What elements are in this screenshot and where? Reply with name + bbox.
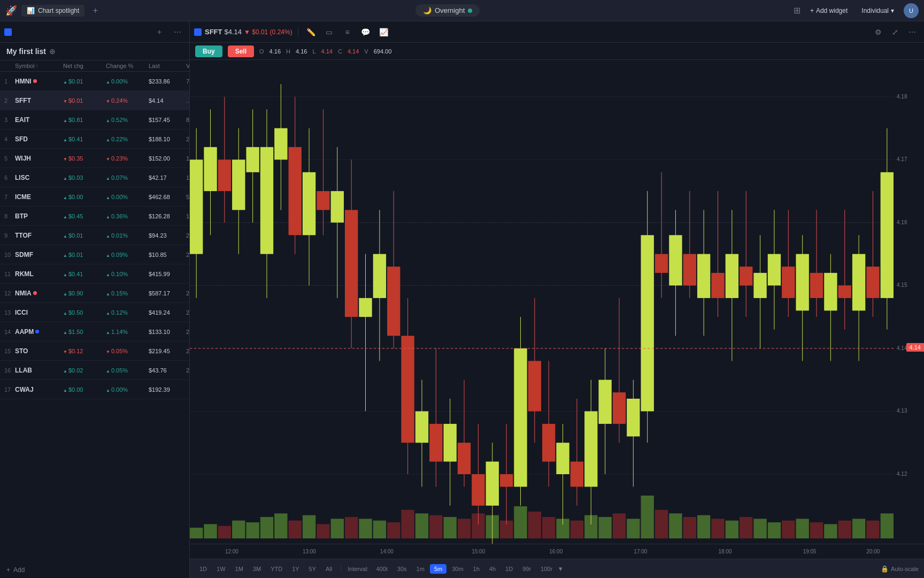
- watchlist-settings-icon[interactable]: ⊕: [49, 47, 56, 56]
- watchlist-row[interactable]: 13 ICCI $0.50 0.12% $419.24 2,0...: [0, 303, 189, 322]
- buy-button[interactable]: Buy: [195, 45, 222, 57]
- interval-expand-icon[interactable]: ▾: [559, 565, 563, 573]
- topbar-center: 🌙 Overnight: [106, 4, 789, 17]
- interval-400t[interactable]: 400t: [372, 564, 391, 574]
- period-1m[interactable]: 1M: [231, 564, 248, 574]
- watchlist-row[interactable]: 17 CWAJ $0.00 0.00% $192.39: [0, 380, 189, 399]
- chart-more-button[interactable]: ⋯: [905, 25, 920, 40]
- watchlist-row[interactable]: 2 SFFT $0.01 0.24% $4.14 ...: [0, 91, 189, 110]
- row-last: $587.17: [149, 290, 186, 296]
- row-netchg: $0.00: [63, 386, 106, 393]
- period-5y[interactable]: 5Y: [305, 564, 320, 574]
- tab-icon: 📊: [27, 7, 35, 14]
- period-ytd[interactable]: YTD: [266, 564, 287, 574]
- interval-5m[interactable]: 5m: [430, 564, 446, 574]
- sell-button[interactable]: Sell: [228, 45, 254, 57]
- watchlist-row[interactable]: 7 ICME $0.00 0.00% $462.68 5...: [0, 187, 189, 207]
- rectangle-button[interactable]: ▭: [322, 25, 337, 40]
- avatar[interactable]: U: [904, 3, 919, 18]
- time-label: 20:00: [866, 549, 880, 554]
- watchlist-row[interactable]: 6 LISC $0.03 0.07% $42.17 1...: [0, 168, 189, 187]
- indicator-button[interactable]: 📈: [376, 25, 391, 40]
- row-netchg: $0.41: [63, 271, 106, 277]
- row-changepct: 0.05%: [106, 348, 149, 354]
- row-vol: 2,0...: [186, 309, 189, 316]
- interval-1h[interactable]: 1h: [469, 564, 484, 574]
- period-1d[interactable]: 1D: [195, 564, 211, 574]
- watchlist-row[interactable]: 8 BTP $0.45 0.36% $126.28 14...: [0, 207, 189, 226]
- watchlist-row[interactable]: 12 NMIA $0.90 0.15% $587.17 2,4...: [0, 284, 189, 303]
- watchlist-row[interactable]: 4 SFD $0.41 0.22% $188.10 2,8...: [0, 130, 189, 149]
- ticker-price: $4.14: [225, 28, 242, 36]
- interval-99r[interactable]: 99r: [518, 564, 535, 574]
- bottom-separator-1: [341, 565, 341, 573]
- chart-settings-button[interactable]: ⚙: [871, 25, 886, 40]
- watchlist-row[interactable]: 1 HMNI $0.01 0.00% $233.86 7,4...: [0, 72, 189, 91]
- overnight-mode-button[interactable]: 🌙 Overnight: [415, 4, 480, 17]
- moon-icon: 🌙: [423, 6, 432, 14]
- row-last: $94.23: [149, 232, 186, 239]
- chart-spotlight-tab[interactable]: 📊 Chart spotlight: [21, 5, 84, 17]
- row-changepct: 0.36%: [106, 213, 149, 219]
- time-label: 16:00: [549, 549, 563, 554]
- period-1w[interactable]: 1W: [212, 564, 230, 574]
- row-number: 15: [4, 348, 15, 354]
- interval-100r[interactable]: 100r: [536, 564, 557, 574]
- time-label: 19:05: [803, 549, 817, 554]
- col-netchg-header[interactable]: Net chg: [63, 63, 106, 69]
- add-symbol-row[interactable]: + Add: [0, 562, 189, 578]
- interval-30s[interactable]: 30s: [393, 564, 411, 574]
- row-last: $43.76: [149, 367, 186, 374]
- watchlist-menu-button[interactable]: ⋯: [170, 25, 185, 40]
- mode-dropdown[interactable]: Individual ▾: [857, 5, 898, 17]
- row-last: $157.45: [149, 117, 186, 123]
- period-1y[interactable]: 1Y: [288, 564, 303, 574]
- watchlist-row[interactable]: 9 TTOF $0.01 0.01% $94.23 28...: [0, 226, 189, 245]
- app-logo: 🚀: [5, 5, 17, 17]
- col-changepct-header[interactable]: Change %: [106, 63, 149, 69]
- row-symbol: EAIT: [15, 116, 63, 124]
- interval-1d[interactable]: 1D: [501, 564, 517, 574]
- time-axis: 12:0013:0014:0015:0016:0017:0018:0019:05…: [190, 544, 924, 559]
- row-netchg: $0.01: [63, 97, 106, 104]
- add-symbol-button[interactable]: ＋: [152, 25, 167, 40]
- watchlist-row[interactable]: 3 EAIT $0.81 0.52% $157.45 8,3...: [0, 110, 189, 130]
- open-value: 4.16: [270, 48, 281, 55]
- row-symbol: STO: [15, 347, 63, 355]
- candlestick-chart[interactable]: [190, 60, 924, 544]
- watchlist-row[interactable]: 11 RKML $0.41 0.10% $415.99: [0, 264, 189, 284]
- ticker-info: SFFT $4.14 ▼ $0.01 (0.24%): [205, 28, 292, 36]
- layout-icon[interactable]: ⊞: [794, 5, 800, 16]
- row-symbol: SFFT: [15, 97, 63, 104]
- chart-area: SFFT $4.14 ▼ $0.01 (0.24%) ✏️ ▭ ≡ 💬 📈 ⚙ …: [190, 21, 924, 578]
- time-label: 18:00: [719, 549, 732, 554]
- row-number: 2: [4, 97, 15, 104]
- row-changepct: 0.24%: [106, 97, 149, 104]
- time-label: 17:00: [634, 549, 647, 554]
- add-widget-button[interactable]: + Add widget: [806, 5, 852, 17]
- watchlist-row[interactable]: 16 LLAB $0.02 0.05% $43.76 2...: [0, 361, 189, 380]
- draw-pencil-button[interactable]: ✏️: [304, 25, 319, 40]
- auto-scale-button[interactable]: 🔒 Auto-scale: [881, 565, 919, 573]
- watchlist-row[interactable]: 5 WIJH $0.35 0.23% $152.00 1,3...: [0, 149, 189, 168]
- row-changepct: 0.23%: [106, 155, 149, 162]
- interval-1m[interactable]: 1m: [412, 564, 429, 574]
- interval-4h[interactable]: 4h: [485, 564, 500, 574]
- comment-button[interactable]: 💬: [358, 25, 373, 40]
- watchlist-row[interactable]: 15 STO $0.12 0.05% $219.45 24,8...: [0, 341, 189, 361]
- period-all[interactable]: All: [321, 564, 336, 574]
- row-last: $192.39: [149, 386, 186, 393]
- topbar-right: ⊞ + Add widget Individual ▾ U: [794, 3, 919, 18]
- col-last-header[interactable]: Last: [149, 63, 186, 69]
- watchlist-row[interactable]: 14 AAPM $1.50 1.14% $133.10 253,0...: [0, 322, 189, 341]
- watchlist-row[interactable]: 10 SDMF $0.01 0.09% $10.85 2,4...: [0, 245, 189, 264]
- row-symbol: HMNI: [15, 78, 63, 85]
- row-number: 3: [4, 117, 15, 123]
- col-vol-header[interactable]: Volum: [186, 63, 190, 69]
- interval-30m[interactable]: 30m: [448, 564, 467, 574]
- chart-compare-button[interactable]: ⤢: [888, 25, 903, 40]
- col-symbol-header[interactable]: Symbol ↑: [15, 63, 63, 69]
- align-button[interactable]: ≡: [340, 25, 355, 40]
- period-3m[interactable]: 3M: [249, 564, 265, 574]
- add-tab-button[interactable]: +: [89, 4, 102, 17]
